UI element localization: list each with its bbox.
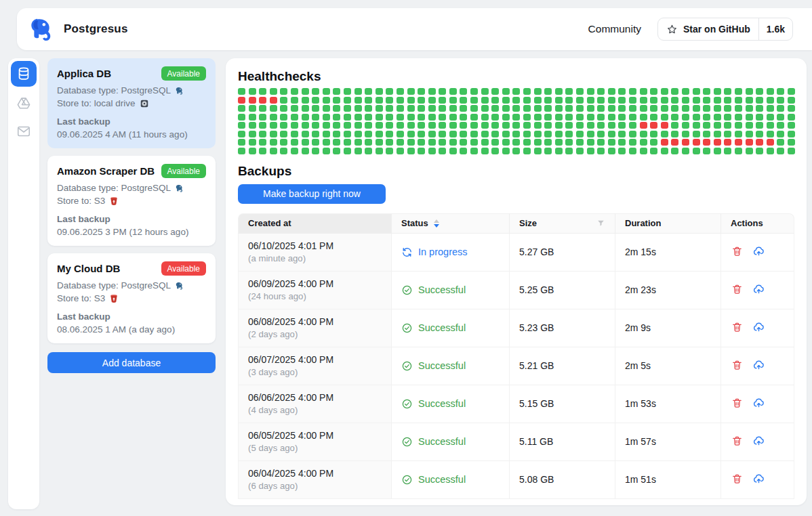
healthcheck-cell bbox=[555, 122, 563, 129]
download-backup-button[interactable] bbox=[752, 321, 765, 333]
delete-backup-button[interactable] bbox=[731, 283, 743, 295]
healthcheck-cell bbox=[544, 114, 552, 121]
healthcheck-cell bbox=[512, 97, 520, 104]
healthcheck-cell bbox=[460, 122, 467, 129]
healthcheck-cell bbox=[481, 122, 489, 129]
database-card-applica[interactable]: Applica DB Available Database type: Post… bbox=[47, 58, 216, 148]
healthcheck-cell bbox=[259, 105, 266, 112]
healthcheck-cell bbox=[502, 139, 510, 146]
healthcheck-cell bbox=[640, 139, 647, 146]
healthcheck-cell bbox=[756, 105, 763, 112]
healthcheck-cell bbox=[682, 88, 689, 95]
database-type-line: Database type: PostgreSQL bbox=[57, 280, 171, 291]
healthcheck-cell bbox=[238, 122, 245, 129]
healthcheck-cell bbox=[512, 88, 520, 95]
database-card-my-cloud[interactable]: My Cloud DB Available Database type: Pos… bbox=[47, 253, 216, 343]
healthcheck-cell bbox=[333, 148, 340, 154]
healthcheck-cell bbox=[640, 148, 647, 154]
community-link[interactable]: Community bbox=[588, 23, 641, 35]
delete-backup-button[interactable] bbox=[731, 473, 743, 485]
backup-row: 06/07/2025 4:00 PM(3 days ago)Successful… bbox=[238, 347, 794, 385]
postgresql-icon bbox=[175, 184, 184, 193]
healthcheck-cell bbox=[291, 114, 298, 121]
healthcheck-cell bbox=[650, 97, 657, 104]
healthcheck-cell bbox=[788, 148, 795, 154]
check-circle-icon bbox=[401, 436, 413, 448]
healthcheck-cell bbox=[555, 88, 563, 95]
backup-duration: 2m 5s bbox=[615, 347, 721, 385]
healthcheck-cell bbox=[270, 88, 277, 95]
healthcheck-cell bbox=[608, 105, 615, 112]
healthcheck-cell bbox=[470, 131, 478, 137]
healthcheck-cell bbox=[439, 105, 446, 112]
delete-backup-button[interactable] bbox=[731, 321, 743, 333]
healthcheck-cell bbox=[544, 97, 552, 104]
delete-backup-button[interactable] bbox=[731, 435, 743, 447]
download-backup-button[interactable] bbox=[752, 397, 765, 409]
healthcheck-cell bbox=[777, 131, 784, 137]
healthcheck-cell bbox=[587, 97, 594, 104]
healthcheck-cell bbox=[618, 148, 626, 154]
drive-icon bbox=[16, 95, 31, 110]
database-card-amazon-scraper[interactable]: Amazon Scraper DB Available Database typ… bbox=[47, 156, 216, 246]
star-on-github-button[interactable]: Star on GitHub 1.6k bbox=[657, 18, 793, 41]
sidebar-item-notifications[interactable] bbox=[16, 123, 32, 139]
healthcheck-cell bbox=[735, 122, 742, 129]
download-backup-button[interactable] bbox=[752, 359, 765, 371]
healthcheck-cell bbox=[280, 122, 287, 129]
postgresql-icon bbox=[175, 281, 184, 291]
healthcheck-cell bbox=[724, 131, 731, 137]
healthcheck-cell bbox=[587, 105, 594, 112]
delete-backup-button[interactable] bbox=[731, 397, 743, 409]
healthcheck-cell bbox=[491, 88, 499, 95]
healthcheck-cell bbox=[302, 114, 309, 121]
healthcheck-cell bbox=[597, 139, 605, 146]
healthcheck-cell bbox=[312, 148, 319, 154]
healthcheck-cell bbox=[544, 131, 552, 137]
download-backup-button[interactable] bbox=[752, 245, 765, 257]
last-backup-value: 08.06.2025 1 AM (a day ago) bbox=[57, 324, 206, 335]
sidebar-item-databases[interactable] bbox=[11, 61, 37, 87]
icon-sidebar bbox=[8, 58, 39, 509]
add-database-button[interactable]: Add database bbox=[47, 352, 216, 373]
healthcheck-cell bbox=[629, 122, 636, 129]
healthcheck-cell bbox=[756, 148, 763, 154]
healthcheck-cell bbox=[291, 105, 298, 112]
healthcheck-cell bbox=[703, 122, 710, 129]
sort-icon[interactable] bbox=[434, 219, 439, 228]
delete-backup-button[interactable] bbox=[731, 245, 743, 257]
make-backup-button[interactable]: Make backup right now bbox=[238, 184, 386, 204]
sync-icon bbox=[401, 246, 413, 258]
healthcheck-cell bbox=[767, 97, 774, 104]
status-badge: Available bbox=[161, 261, 206, 276]
healthcheck-cell bbox=[470, 97, 478, 104]
download-backup-button[interactable] bbox=[752, 473, 765, 485]
healthcheck-cell bbox=[460, 88, 467, 95]
healthcheck-cell bbox=[608, 131, 615, 137]
sort-ascending-caret bbox=[434, 219, 439, 223]
store-to-line: Store to: S3 bbox=[57, 196, 105, 206]
healthcheck-cell bbox=[249, 122, 256, 129]
healthcheck-cell bbox=[249, 131, 256, 137]
backups-table-body: 06/10/2025 4:01 PM(a minute ago)In progr… bbox=[238, 234, 794, 499]
column-header-status[interactable]: Status bbox=[392, 213, 510, 234]
healthcheck-cell bbox=[640, 122, 647, 129]
healthcheck-cell bbox=[354, 114, 362, 121]
healthcheck-cell bbox=[428, 105, 436, 112]
sidebar-item-storage[interactable] bbox=[16, 95, 32, 111]
filter-icon[interactable] bbox=[596, 219, 605, 228]
healthcheck-cell bbox=[703, 88, 710, 95]
download-backup-button[interactable] bbox=[752, 283, 765, 295]
download-backup-button[interactable] bbox=[752, 435, 765, 447]
s3-icon bbox=[109, 294, 119, 303]
healthcheck-cell bbox=[323, 122, 330, 129]
healthcheck-cell bbox=[238, 139, 245, 146]
healthcheck-cell bbox=[746, 122, 753, 129]
healthcheck-cell bbox=[629, 114, 636, 121]
delete-backup-button[interactable] bbox=[731, 359, 743, 371]
hdd-icon bbox=[140, 99, 149, 108]
healthcheck-cell bbox=[671, 105, 678, 112]
healthcheck-cell bbox=[302, 88, 309, 95]
healthcheck-cell bbox=[555, 131, 563, 137]
healthcheck-cell bbox=[481, 105, 489, 112]
